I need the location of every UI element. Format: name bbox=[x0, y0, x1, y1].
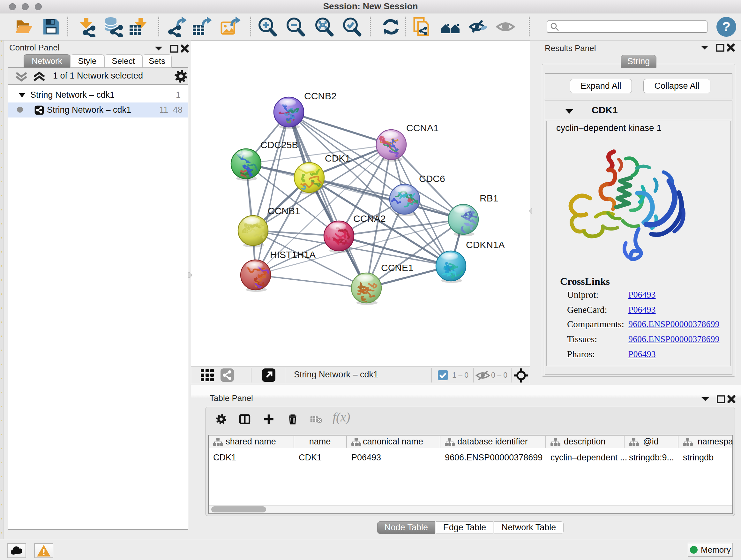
svg-text:CCNA1: CCNA1 bbox=[406, 123, 439, 133]
svg-text:CCNA2: CCNA2 bbox=[353, 213, 386, 224]
svg-text:CDK1: CDK1 bbox=[325, 153, 350, 164]
svg-text:?: ? bbox=[722, 19, 731, 34]
svg-text:CDC25B: CDC25B bbox=[260, 139, 298, 150]
svg-text:CCNB1: CCNB1 bbox=[268, 206, 300, 216]
svg-text:HIST1H1A: HIST1H1A bbox=[270, 249, 316, 260]
svg-text:CCNE1: CCNE1 bbox=[381, 262, 414, 273]
svg-text:CDKN1A: CDKN1A bbox=[466, 240, 505, 250]
svg-text:RB1: RB1 bbox=[480, 193, 498, 203]
svg-text:CCNB2: CCNB2 bbox=[304, 91, 337, 101]
svg-text:CDC6: CDC6 bbox=[419, 173, 445, 184]
